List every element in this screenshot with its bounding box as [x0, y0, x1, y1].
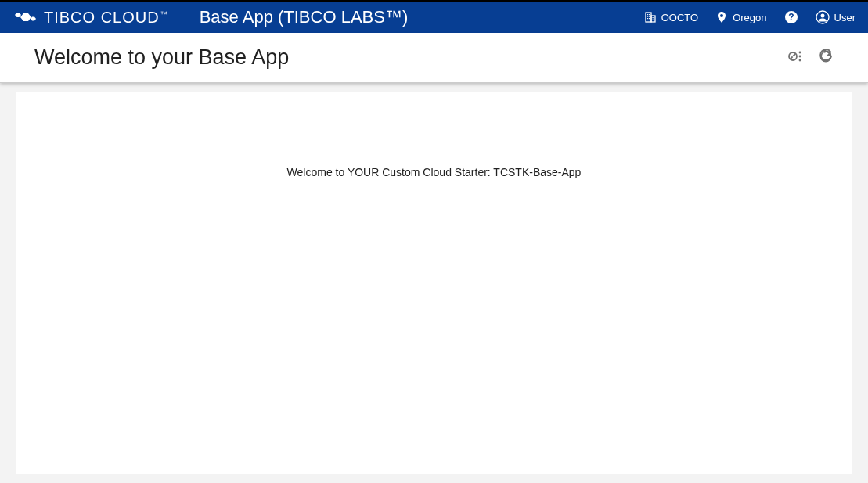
refresh-icon [818, 49, 834, 67]
svg-rect-5 [647, 14, 648, 15]
svg-rect-9 [647, 18, 648, 19]
svg-rect-7 [647, 16, 648, 17]
refresh-button[interactable] [818, 49, 834, 67]
svg-rect-6 [649, 14, 650, 15]
welcome-message: Welcome to YOUR Custom Cloud Starter: TC… [16, 166, 852, 178]
content-area: Welcome to YOUR Custom Cloud Starter: TC… [0, 83, 868, 483]
brand-text: TIBCO CLOUD™ [44, 9, 167, 27]
page-subheader: Welcome to your Base App [0, 33, 868, 83]
user-icon [816, 10, 830, 24]
svg-rect-3 [646, 13, 651, 22]
header-divider [185, 7, 185, 27]
svg-rect-12 [652, 20, 653, 20]
top-navbar: TIBCO CLOUD™ Base App (TIBCO LABS™) [0, 0, 868, 33]
svg-point-17 [820, 14, 824, 18]
brand-logo-group[interactable]: TIBCO CLOUD™ [13, 9, 167, 27]
svg-rect-8 [649, 16, 650, 17]
user-menu[interactable]: User [816, 10, 855, 24]
config-icon [788, 49, 804, 67]
header-nav-items: OOCTO Oregon ? [644, 10, 855, 24]
svg-point-18 [789, 52, 797, 60]
svg-text:?: ? [788, 12, 794, 23]
svg-point-23 [799, 59, 801, 61]
svg-point-21 [799, 51, 801, 53]
org-label: OOCTO [661, 12, 698, 23]
help-icon: ? [784, 10, 798, 24]
hexagon-logo-icon [13, 9, 38, 25]
help-button[interactable]: ? [784, 10, 798, 24]
svg-point-22 [799, 55, 801, 57]
welcome-card: Welcome to YOUR Custom Cloud Starter: TC… [16, 92, 852, 474]
app-title: Base App (TIBCO LABS™) [200, 7, 409, 27]
page-title: Welcome to your Base App [34, 45, 289, 70]
subheader-actions [788, 49, 834, 67]
config-button[interactable] [788, 49, 804, 67]
region-label: Oregon [733, 12, 766, 23]
location-pin-icon [715, 11, 728, 23]
svg-point-13 [720, 14, 723, 17]
user-label: User [834, 12, 855, 23]
svg-rect-10 [649, 18, 650, 19]
org-selector[interactable]: OOCTO [644, 11, 698, 23]
svg-marker-1 [20, 13, 31, 21]
svg-marker-2 [31, 17, 36, 21]
building-icon [644, 11, 657, 23]
region-selector[interactable]: Oregon [715, 11, 766, 23]
svg-marker-0 [15, 13, 21, 17]
svg-rect-4 [651, 16, 655, 22]
svg-rect-11 [652, 17, 653, 18]
